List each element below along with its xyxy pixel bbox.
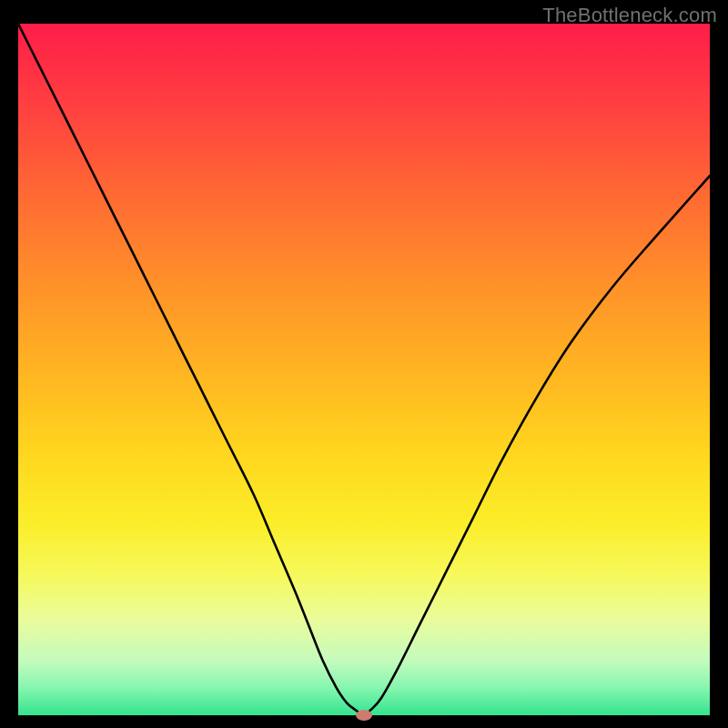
bottleneck-curve [18, 24, 710, 715]
curve-svg [18, 24, 710, 715]
plot-area [18, 24, 710, 715]
optimal-point-marker [356, 710, 372, 721]
chart-frame: TheBottleneck.com [0, 0, 728, 728]
watermark-text: TheBottleneck.com [542, 4, 717, 27]
